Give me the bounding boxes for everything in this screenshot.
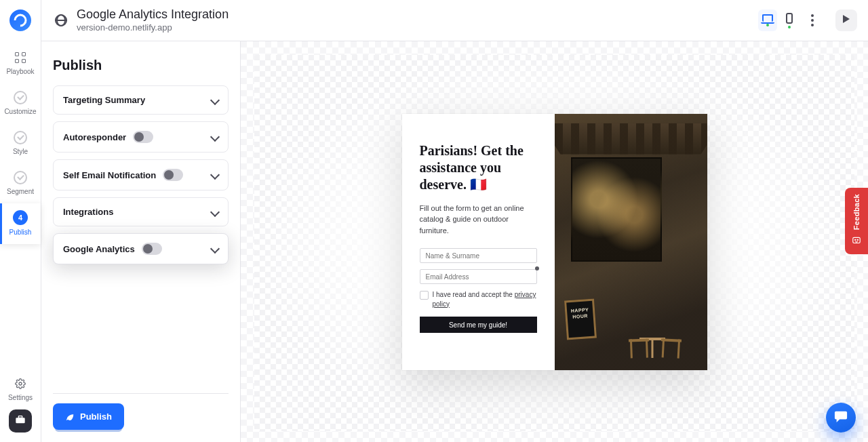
rail-item-publish[interactable]: 4 Publish: [0, 203, 41, 244]
sign-line: HAPPY: [570, 307, 589, 313]
cafe-chair-shape: [628, 338, 648, 342]
email-input[interactable]: [420, 269, 537, 284]
page-title-block: Google Analytics Integration version-dem…: [77, 7, 229, 33]
app-logo[interactable]: [9, 9, 31, 31]
briefcase-icon: [15, 415, 26, 427]
status-dot-icon: [788, 26, 791, 28]
feedback-label: Feedback: [852, 194, 861, 230]
chat-launcher-button[interactable]: [826, 403, 856, 433]
toolbox-button[interactable]: [9, 409, 32, 433]
feedback-tab[interactable]: Feedback: [845, 188, 868, 254]
rail-label: Playbook: [6, 68, 34, 75]
check-circle-icon: [13, 170, 28, 185]
app-left-rail: Playbook Customize Style Segment 4 Publi…: [0, 0, 41, 442]
cafe-chair-shape: [660, 338, 681, 342]
rocket-icon: [65, 411, 75, 422]
sign-line: HOUR: [572, 313, 588, 319]
consent-prefix: I have read and accept the: [433, 291, 515, 298]
accordion-label: Self Email Notification: [63, 170, 156, 180]
check-circle-icon: [13, 130, 28, 145]
popup-submit-button[interactable]: Send me my guide!: [420, 317, 537, 333]
device-switcher: [758, 9, 818, 31]
publish-button[interactable]: Publish: [53, 403, 124, 430]
gear-icon: [13, 376, 28, 391]
accordion-label: Integrations: [63, 207, 113, 217]
chevron-down-icon: [210, 170, 220, 180]
name-input[interactable]: [420, 248, 537, 263]
accordion-google-analytics[interactable]: Google Analytics: [53, 233, 229, 264]
accordion-label: Autoresponder: [63, 132, 126, 142]
popup-headline: Parisians! Get the assistance you deserv…: [420, 142, 537, 193]
page-header: Google Analytics Integration version-dem…: [41, 0, 868, 41]
preview-play-button[interactable]: [835, 9, 857, 31]
status-dot-icon: [766, 24, 769, 26]
rail-label: Settings: [8, 394, 33, 401]
page-title: Google Analytics Integration: [77, 7, 229, 22]
accordion-autoresponder[interactable]: Autoresponder: [53, 121, 229, 153]
accordion-label: Google Analytics: [63, 244, 135, 254]
happy-hour-sign: HAPPY HOUR: [564, 298, 597, 340]
panel-heading: Publish: [53, 58, 229, 73]
popup-content: Parisians! Get the assistance you deserv…: [402, 114, 555, 370]
popup-preview: ✕ Parisians! Get the assistance you dese…: [402, 114, 707, 370]
step-badge: 4: [13, 210, 28, 225]
page-subtitle: version-demo.netlify.app: [77, 22, 229, 33]
svg-point-0: [19, 382, 22, 385]
svg-rect-1: [16, 418, 24, 423]
rail-item-segment[interactable]: Segment: [0, 163, 41, 203]
autoresponder-toggle[interactable]: [133, 131, 153, 143]
svg-point-5: [857, 239, 858, 240]
globe-icon: [55, 14, 67, 26]
rail-item-playbook[interactable]: Playbook: [0, 43, 41, 83]
consent-text: I have read and accept the privacy polic…: [433, 290, 537, 308]
self-email-toggle[interactable]: [163, 169, 183, 181]
accordion-targeting-summary[interactable]: Targeting Summary: [53, 85, 229, 115]
google-analytics-toggle[interactable]: [142, 243, 162, 255]
chevron-down-icon: [210, 244, 220, 254]
accordion-integrations[interactable]: Integrations: [53, 197, 229, 226]
svg-rect-2: [18, 416, 22, 418]
rail-item-customize[interactable]: Customize: [0, 83, 41, 123]
accordion-label: Targeting Summary: [63, 95, 145, 105]
rail-item-style[interactable]: Style: [0, 123, 41, 163]
rail-label: Publish: [9, 228, 32, 236]
publish-button-label: Publish: [80, 411, 112, 422]
rail-label: Customize: [4, 108, 36, 115]
check-circle-icon: [13, 90, 28, 105]
smartphone-icon: [786, 13, 793, 24]
rail-label: Segment: [7, 188, 34, 195]
feedback-face-icon: [852, 236, 861, 248]
play-icon: [842, 14, 850, 26]
more-actions-button[interactable]: [804, 10, 818, 31]
chevron-down-icon: [210, 132, 220, 142]
dashboard-grid-icon: [13, 50, 28, 65]
chevron-down-icon: [210, 207, 220, 216]
preview-canvas: ✕ Parisians! Get the assistance you dese…: [241, 41, 868, 442]
panel-footer: Publish: [53, 393, 229, 430]
accordion-self-email-notification[interactable]: Self Email Notification: [53, 159, 229, 190]
device-desktop-button[interactable]: [758, 9, 777, 31]
popup-image: HAPPY HOUR: [555, 114, 707, 370]
laptop-icon: [762, 14, 773, 22]
consent-checkbox[interactable]: [420, 291, 429, 300]
rail-label: Style: [13, 148, 28, 155]
svg-point-4: [855, 239, 856, 240]
publish-panel: Publish Targeting Summary Autoresponder …: [41, 41, 241, 442]
rail-item-settings[interactable]: Settings: [0, 369, 41, 409]
consent-row: I have read and accept the privacy polic…: [420, 290, 537, 308]
chat-bubble-icon: [833, 409, 848, 426]
popup-subtext: Fill out the form to get an online catal…: [420, 203, 537, 237]
chevron-down-icon: [210, 95, 220, 104]
device-mobile-button[interactable]: [780, 9, 799, 31]
